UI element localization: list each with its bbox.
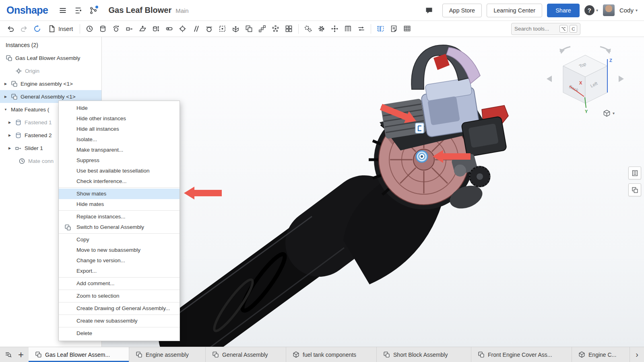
view-cube[interactable]: Top Back Left Z X Y [547, 47, 624, 114]
scroll-tabs-right-button[interactable]: › [630, 347, 644, 362]
toolbar-separator [371, 24, 371, 34]
menu-item-copy[interactable]: Copy [59, 234, 180, 245]
menu-item-add-comment[interactable]: Add comment... [59, 278, 180, 289]
menu-item-isolate[interactable]: Isolate... [59, 134, 180, 145]
pin-slot-mate-button[interactable] [163, 23, 176, 35]
document-menu-button[interactable] [56, 4, 70, 17]
3d-viewport[interactable]: Top Back Left Z X Y ▾ [102, 37, 644, 347]
versions-button[interactable] [71, 4, 85, 17]
tab-engine-c[interactable]: Engine C... [572, 347, 630, 362]
onshape-logo[interactable]: Onshape [6, 4, 48, 16]
mechanism-button[interactable] [301, 23, 315, 35]
menu-item-replace-instances[interactable]: Replace instances... [59, 212, 180, 222]
slider-mate-button[interactable] [123, 23, 136, 35]
menu-item-hide[interactable]: Hide [59, 103, 180, 113]
starter-knob[interactable] [470, 167, 490, 187]
chevron-right-icon[interactable]: ▶ [3, 95, 8, 99]
undo-icon [7, 25, 14, 33]
tangent-mate-icon [205, 25, 213, 33]
mate-connector-flag-icon[interactable] [415, 123, 424, 133]
menu-item-change-to-version[interactable]: Change to version... [59, 255, 180, 266]
linear-pattern-button[interactable] [256, 23, 269, 35]
3d-viewport-canvas[interactable]: Top Back Left Z X Y [102, 37, 644, 347]
menu-item-hide-all-instances[interactable]: Hide all instances [59, 124, 180, 134]
tree-item-engine-assembly[interactable]: ▶ Engine assembly <1> [0, 77, 101, 90]
swap-instances-button[interactable] [355, 23, 368, 35]
menu-item-check-interference[interactable]: Check interference... [59, 176, 180, 187]
menu-item-hide-other-instances[interactable]: Hide other instances [59, 113, 180, 124]
menu-item-move-to-new-subassembly[interactable]: Move to new subassembly [59, 245, 180, 255]
menu-item-suppress[interactable]: Suppress [59, 155, 180, 166]
menu-item-export[interactable]: Export... [59, 266, 180, 276]
tree-item-origin[interactable]: Origin [0, 64, 101, 77]
cylindrical-mate-button[interactable] [149, 23, 163, 35]
annotation-button[interactable] [387, 23, 400, 35]
air-filter-box[interactable] [461, 116, 507, 157]
revolute-mate-button[interactable] [109, 23, 123, 35]
bom-table-button[interactable] [400, 23, 414, 35]
group-button[interactable] [216, 23, 229, 35]
user-avatar[interactable] [603, 4, 615, 16]
exploded-view-button[interactable] [328, 23, 341, 35]
leaf-blower-model[interactable] [171, 45, 508, 347]
named-positions-button[interactable] [341, 23, 355, 35]
chevron-right-icon[interactable]: ▶ [7, 121, 12, 124]
menu-item-delete[interactable]: Delete [59, 328, 180, 339]
mate-connector-target-icon[interactable] [416, 151, 427, 162]
rotate-left-icon[interactable] [547, 76, 552, 82]
menu-item-switch-to-general-assembly[interactable]: Switch to General Assembly [59, 222, 180, 232]
view-options-menu[interactable]: ▾ [603, 109, 615, 117]
circular-pattern-button[interactable] [269, 23, 282, 35]
tab-short-block-assembly[interactable]: Short Block Assembly [377, 347, 471, 362]
rotate-view-button[interactable] [31, 23, 44, 35]
tab-front-engine-cover-assembly[interactable]: Front Engine Cover Ass... [471, 347, 572, 362]
workspace-name[interactable]: Main [175, 7, 189, 14]
menu-item-show-mates[interactable]: Show mates [59, 189, 180, 199]
mate-connector-button[interactable] [229, 23, 242, 35]
fastened-mate-button[interactable] [96, 23, 109, 35]
menu-item-zoom-to-selection[interactable]: Zoom to selection [59, 291, 180, 301]
search-tabs-button[interactable] [5, 351, 12, 358]
menu-item-use-best-tessellation[interactable]: Use best available tessellation [59, 166, 180, 176]
configurations-button[interactable] [315, 23, 328, 35]
menu-item-make-transparent[interactable]: Make transparent... [59, 145, 180, 155]
ball-mate-button[interactable] [176, 23, 189, 35]
undo-button[interactable] [4, 23, 17, 35]
tree-item-root-assembly[interactable]: Gas Leaf Blower Assembly [0, 51, 101, 64]
menu-item-hide-mates[interactable]: Hide mates [59, 199, 180, 210]
branches-button[interactable] [87, 4, 100, 17]
chevron-right-icon[interactable]: ▶ [7, 146, 12, 150]
chevron-right-icon[interactable]: ▶ [7, 134, 12, 137]
insert-button[interactable]: Insert [44, 23, 77, 35]
swap-arrows-icon [357, 25, 365, 33]
small-wheel[interactable] [454, 165, 466, 177]
replicate-button[interactable] [242, 23, 256, 35]
comments-button[interactable] [422, 4, 436, 17]
app-store-button[interactable]: App Store [442, 4, 482, 17]
user-menu[interactable]: Cody ▾ [619, 7, 638, 14]
chevron-right-icon[interactable]: ▶ [3, 82, 8, 86]
tangent-mate-button[interactable] [202, 23, 216, 35]
bom-panel-button[interactable] [628, 167, 641, 179]
pattern-grid-button[interactable] [282, 23, 295, 35]
mate-button[interactable] [83, 23, 96, 35]
tab-engine-assembly[interactable]: Engine assembly [129, 347, 206, 362]
redo-button[interactable] [17, 23, 31, 35]
share-button[interactable]: Share [547, 4, 580, 17]
menu-item-create-drawing[interactable]: Create Drawing of General Assembly... [59, 303, 180, 314]
help-menu[interactable]: ? ▾ [584, 5, 598, 15]
tab-fuel-tank-components[interactable]: fuel tank components [286, 347, 377, 362]
parallel-mate-button[interactable] [189, 23, 202, 35]
menu-item-create-new-subassembly[interactable]: Create new subassembly [59, 316, 180, 326]
blower-tube[interactable] [171, 209, 364, 347]
chevron-down-icon[interactable]: ▼ [3, 108, 8, 111]
learning-center-button[interactable]: Learning Center [487, 4, 542, 17]
tab-gas-leaf-blower-assembly[interactable]: Gas Leaf Blower Assem... [29, 347, 129, 362]
section-view-button[interactable] [374, 23, 387, 35]
search-tools-input[interactable] [514, 26, 557, 32]
tab-general-assembly[interactable]: General Assembly [206, 347, 286, 362]
create-tab-button[interactable]: + [18, 350, 24, 360]
instances-flyout-button[interactable] [628, 183, 641, 196]
planar-mate-button[interactable] [136, 23, 149, 35]
rotate-right-icon[interactable] [619, 76, 624, 82]
